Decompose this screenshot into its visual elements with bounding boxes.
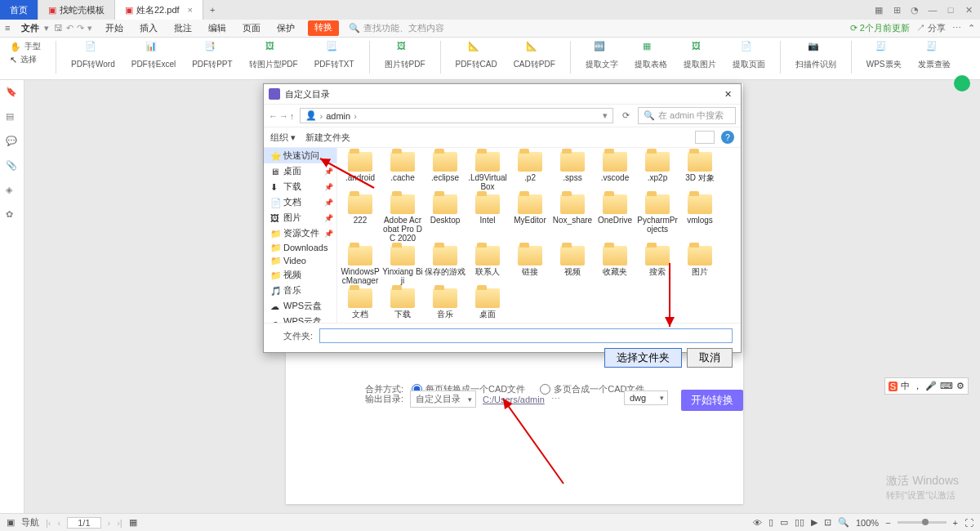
thumbs-icon[interactable]: ▤: [6, 111, 19, 124]
rb-img2pdf[interactable]: 🖼图片转PDF: [380, 41, 430, 70]
rb-extract-image[interactable]: 🖼提取图片: [679, 41, 721, 70]
search-box[interactable]: 🔍 查找功能、文档内容: [349, 22, 444, 34]
undo-icon[interactable]: ↶: [66, 23, 74, 33]
folder-item[interactable]: 音乐: [424, 288, 466, 319]
sidebar-item[interactable]: 📁Downloads: [264, 241, 336, 254]
rb-cad2pdf[interactable]: 📐CAD转PDF: [509, 41, 560, 70]
start-convert-button[interactable]: 开始转换: [681, 390, 743, 411]
folder-item[interactable]: .cache: [381, 151, 424, 192]
eye-icon[interactable]: 👁: [753, 518, 762, 528]
next-page-icon[interactable]: ›: [108, 518, 111, 528]
view1-icon[interactable]: ▯: [768, 517, 773, 528]
folder-item[interactable]: 桌面: [466, 288, 509, 319]
tab-template[interactable]: ▣找蛇壳模板: [38, 0, 115, 20]
bookmark-icon[interactable]: 🔖: [6, 87, 19, 100]
view2-icon[interactable]: ▭: [780, 517, 788, 528]
zoom-slider[interactable]: [898, 521, 947, 524]
ime-lang[interactable]: 中: [901, 380, 910, 392]
breadcrumb[interactable]: 👤 › admin › ▾: [300, 108, 614, 123]
ime-keyboard-icon[interactable]: ⌨: [940, 381, 953, 391]
last-page-icon[interactable]: ›|: [117, 518, 122, 528]
fit-icon[interactable]: ⊡: [824, 517, 831, 528]
prev-page-icon[interactable]: ‹: [58, 518, 61, 528]
nav-back-icon[interactable]: ←: [269, 111, 278, 121]
new-tab-button[interactable]: +: [203, 5, 221, 15]
close-icon[interactable]: ×: [188, 5, 193, 15]
sidebar-item[interactable]: 📁资源文件📌: [264, 225, 336, 241]
folder-item[interactable]: 图片: [679, 245, 721, 286]
nav-toggle-icon[interactable]: ▣: [7, 517, 15, 528]
folder-item[interactable]: 下载: [381, 288, 424, 319]
rb-wps-ticket[interactable]: 🧾WPS票夹: [862, 41, 906, 70]
save-icon[interactable]: 🖫: [54, 23, 63, 33]
sidebar-item[interactable]: 📁视频: [264, 267, 336, 283]
stamp-icon[interactable]: ✿: [6, 209, 19, 222]
output-dir-combo[interactable]: 自定义目录: [410, 390, 476, 408]
folder-item[interactable]: 保存的游戏: [424, 245, 466, 286]
dialog-close-button[interactable]: ✕: [719, 87, 736, 100]
nav-up-icon[interactable]: ↑: [290, 111, 295, 121]
page-number[interactable]: 1/1: [67, 517, 100, 529]
tab-home[interactable]: 首页: [0, 0, 38, 20]
cancel-button[interactable]: 取消: [687, 348, 733, 368]
rb-ocr[interactable]: 📷扫描件识别: [791, 41, 841, 70]
sidebar-item[interactable]: ⬇下载📌: [264, 179, 336, 194]
rb-invoice[interactable]: 🧾发票查验: [913, 41, 956, 70]
menu-annotate[interactable]: 批注: [171, 20, 195, 36]
sidebar-item[interactable]: ☁WPS云盘: [264, 314, 336, 323]
folder-item[interactable]: Nox_share: [551, 194, 594, 243]
help-button[interactable]: ?: [721, 131, 734, 144]
folder-item[interactable]: Adobe Acrobat Pro DC 2020: [381, 194, 424, 243]
rb-extract-page[interactable]: 📄提取页面: [728, 41, 770, 70]
nav-fwd-icon[interactable]: →: [279, 111, 288, 121]
output-path-link[interactable]: C:/Users/admin: [483, 395, 545, 404]
sidebar-item[interactable]: ⭐快速访问: [264, 148, 336, 163]
folder-item[interactable]: WindowsP cManager: [339, 245, 381, 286]
redo-icon[interactable]: ↷: [77, 23, 84, 33]
sidebar-item[interactable]: ☁WPS云盘: [264, 298, 336, 314]
comment-icon[interactable]: 💬: [6, 136, 19, 149]
layers-icon[interactable]: ◈: [6, 185, 19, 198]
ime-punct-icon[interactable]: ，: [913, 380, 922, 392]
tool-hand-select[interactable]: ✋手型 ↖选择: [5, 41, 46, 65]
view3-icon[interactable]: ▯▯: [795, 517, 804, 528]
dropdown-icon[interactable]: ▾: [87, 23, 92, 33]
folder-item[interactable]: Intel: [466, 194, 509, 243]
folder-item[interactable]: 222: [339, 194, 381, 243]
more-icon[interactable]: ⋯: [952, 23, 961, 33]
sidebar-item[interactable]: 📄文档📌: [264, 194, 336, 210]
folder-item[interactable]: MyEditor: [509, 194, 551, 243]
folder-item[interactable]: Desktop: [424, 194, 466, 243]
sidebar-item[interactable]: 🖥桌面📌: [264, 163, 336, 179]
rb-pdf2excel[interactable]: 📊PDF转Excel: [127, 41, 180, 70]
maximize-icon[interactable]: □: [944, 3, 957, 16]
ime-mic-icon[interactable]: 🎤: [925, 381, 937, 391]
folder-item[interactable]: 文档: [339, 288, 381, 319]
zoom-out-icon[interactable]: −: [885, 518, 890, 528]
menu-page[interactable]: 页面: [239, 20, 264, 36]
zoom-in-icon[interactable]: +: [953, 518, 958, 528]
view-button[interactable]: [695, 131, 715, 144]
apps-icon[interactable]: ⊞: [890, 3, 903, 16]
select-folder-button[interactable]: 选择文件夹: [604, 348, 682, 368]
sidebar-item[interactable]: 🖼图片📌: [264, 210, 336, 225]
update-notice[interactable]: ⟳ 2个月前更新: [850, 22, 910, 34]
menu-insert[interactable]: 插入: [136, 20, 161, 36]
rb-img-pdf[interactable]: 🖼转图片型PDF: [244, 41, 303, 70]
browse-icon[interactable]: ⋯: [551, 394, 560, 404]
fullscreen-icon[interactable]: ⛶: [964, 518, 973, 528]
folder-item[interactable]: 搜索: [636, 245, 679, 286]
format-combo[interactable]: dwg: [624, 390, 668, 405]
new-folder-button[interactable]: 新建文件夹: [305, 132, 350, 144]
folder-item[interactable]: .xp2p: [636, 151, 679, 192]
rb-pdf2word[interactable]: 📄PDF转Word: [66, 41, 120, 70]
attach-icon[interactable]: 📎: [6, 160, 19, 173]
window-close-icon[interactable]: ✕: [962, 3, 975, 16]
grid-icon[interactable]: ▦: [872, 3, 885, 16]
folder-item[interactable]: 联系人: [466, 245, 509, 286]
folder-item[interactable]: 3D 对象: [679, 151, 721, 192]
folder-item[interactable]: .Ld9Virtual Box: [466, 151, 509, 192]
folder-item[interactable]: 视频: [551, 245, 594, 286]
rb-pdf2cad[interactable]: 📐PDF转CAD: [451, 41, 502, 70]
rb-extract-text[interactable]: 🔤提取文字: [581, 41, 623, 70]
